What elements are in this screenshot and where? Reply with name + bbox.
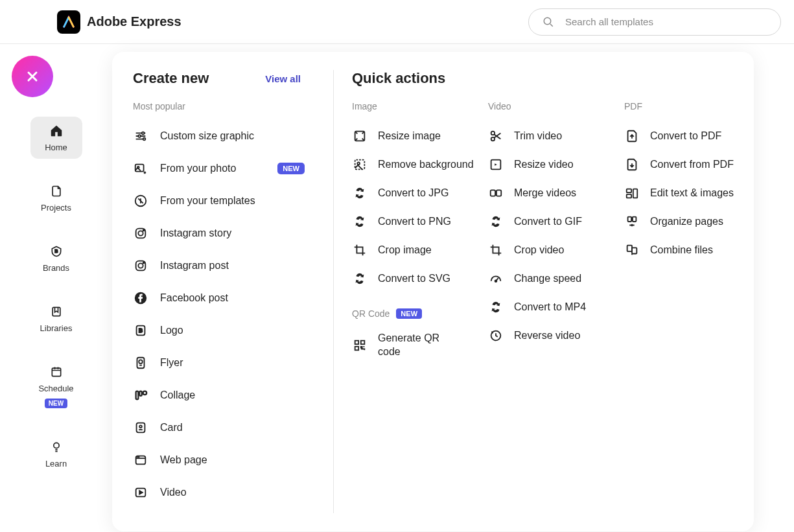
nav-items: Home Projects B Brands Libraries Schedul… (30, 117, 82, 475)
quick-convert-svg[interactable]: Convert to SVG (352, 264, 482, 293)
nav-learn[interactable]: Learn (30, 433, 82, 475)
action-label: Reverse video (514, 329, 580, 343)
create-logo[interactable]: B Logo (133, 316, 320, 345)
view-all-link[interactable]: View all (265, 73, 301, 84)
convert-icon (488, 214, 504, 229)
svg-point-5 (142, 132, 145, 135)
quick-convert-to-pdf[interactable]: Convert to PDF (624, 122, 754, 150)
search-box[interactable] (528, 8, 781, 36)
quick-reverse-video[interactable]: Reverse video (488, 321, 618, 350)
nav-libraries[interactable]: Libraries (30, 297, 82, 340)
quick-actions-column: Quick actions Image Resize image Remove … (334, 70, 754, 513)
action-label: Card (160, 422, 183, 434)
quick-organize-pages[interactable]: Organize pages (624, 207, 754, 236)
create-card[interactable]: Card (133, 413, 320, 442)
svg-rect-41 (496, 190, 501, 196)
create-web-page[interactable]: Web page (133, 446, 320, 474)
gauge-icon (488, 271, 504, 286)
svg-point-26 (139, 425, 142, 428)
action-label: Instagram story (160, 227, 231, 239)
action-label: Convert to SVG (378, 272, 450, 286)
quick-merge-videos[interactable]: Merge videos (488, 179, 618, 207)
photo-plus-icon (133, 161, 148, 176)
quick-columns: Image Resize image Remove background Con… (352, 101, 754, 362)
edit-icon (624, 185, 640, 201)
quick-combine-files[interactable]: Combine files (624, 236, 754, 264)
quick-convert-gif[interactable]: Convert to GIF (488, 207, 618, 236)
logo-group[interactable]: Adobe Express (57, 10, 181, 34)
svg-rect-34 (355, 340, 359, 344)
document-icon (49, 183, 64, 199)
svg-rect-23 (139, 391, 142, 396)
template-icon (133, 193, 148, 209)
instagram-icon (133, 258, 148, 273)
action-label: Logo (160, 325, 183, 336)
nav-brands[interactable]: B Brands (30, 237, 82, 279)
create-video[interactable]: Video (133, 478, 320, 507)
nav-home[interactable]: Home (30, 117, 82, 159)
svg-rect-47 (628, 217, 632, 222)
logo-shield-icon: B (133, 323, 148, 338)
sliders-icon (133, 128, 148, 144)
action-label: Web page (160, 454, 207, 466)
svg-rect-48 (633, 217, 636, 222)
svg-point-42 (495, 280, 497, 282)
action-label: Facebook post (160, 292, 228, 304)
svg-rect-44 (627, 189, 631, 193)
quick-heading-pdf: PDF (624, 101, 754, 111)
create-from-templates[interactable]: From your templates (133, 187, 320, 215)
create-facebook-post[interactable]: Facebook post (133, 284, 320, 312)
create-flyer[interactable]: Flyer (133, 349, 320, 377)
app-header: Adobe Express (0, 0, 794, 44)
crop-icon (488, 242, 504, 258)
quick-resize-image[interactable]: Resize image (352, 122, 482, 150)
quick-convert-from-pdf[interactable]: Convert from PDF (624, 150, 754, 179)
create-custom-size[interactable]: Custom size graphic (133, 122, 320, 150)
svg-point-4 (53, 443, 58, 448)
quick-edit-text-images[interactable]: Edit text & images (624, 179, 754, 207)
action-label: From your templates (160, 195, 255, 207)
new-badge: NEW (396, 308, 422, 319)
home-icon (49, 123, 64, 139)
create-instagram-post[interactable]: Instagram post (133, 251, 320, 280)
brand-icon: B (49, 244, 64, 259)
quick-generate-qr[interactable]: Generate QR code (352, 329, 482, 362)
create-instagram-story[interactable]: Instagram story (133, 219, 320, 248)
nav-label: Learn (45, 459, 67, 468)
quick-crop-video[interactable]: Crop video (488, 236, 618, 264)
quick-trim-video[interactable]: Trim video (488, 122, 618, 150)
quick-col-pdf: PDF Convert to PDF Convert from PDF Edit… (624, 101, 754, 362)
new-badge: NEW (45, 399, 67, 408)
svg-rect-49 (627, 246, 632, 251)
quick-heading-qr: QR Code NEW (352, 308, 482, 319)
svg-rect-22 (136, 391, 139, 400)
nav-schedule[interactable]: Schedule NEW (30, 358, 82, 415)
svg-point-15 (138, 263, 143, 268)
quick-convert-mp4[interactable]: Convert to MP4 (488, 293, 618, 321)
create-from-photo[interactable]: From your photo NEW (133, 154, 320, 183)
search-icon (541, 14, 556, 30)
quick-convert-jpg[interactable]: Convert to JPG (352, 179, 482, 207)
quick-remove-bg[interactable]: Remove background (352, 150, 482, 179)
svg-point-29 (139, 457, 139, 457)
svg-rect-40 (491, 190, 495, 196)
quick-change-speed[interactable]: Change speed (488, 264, 618, 293)
create-collage[interactable]: Collage (133, 381, 320, 410)
svg-point-16 (143, 262, 145, 264)
instagram-icon (133, 226, 148, 241)
search-input[interactable] (565, 16, 769, 27)
remove-bg-icon (352, 157, 368, 172)
action-label: Convert to MP4 (514, 301, 586, 314)
convert-icon (352, 214, 368, 229)
action-label: Collage (160, 389, 195, 401)
close-icon (25, 69, 40, 84)
action-label: Video (160, 487, 187, 498)
action-label: Trim video (514, 130, 562, 143)
create-button[interactable] (12, 56, 53, 97)
quick-crop-image[interactable]: Crop image (352, 236, 482, 264)
action-label: Flyer (160, 357, 183, 369)
quick-resize-video[interactable]: Resize video (488, 150, 618, 179)
combine-icon (624, 242, 640, 258)
nav-projects[interactable]: Projects (30, 177, 82, 219)
quick-convert-png[interactable]: Convert to PNG (352, 207, 482, 236)
